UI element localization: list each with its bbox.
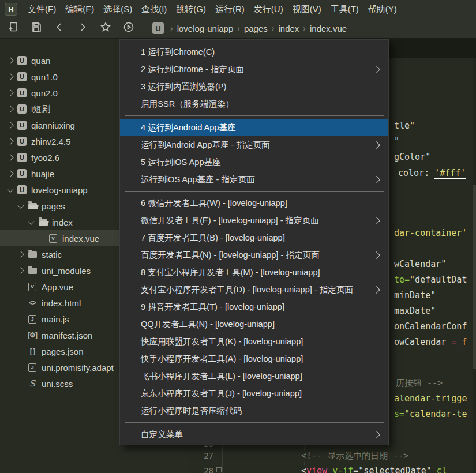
menubar-item-select[interactable]: 选择(S): [99, 0, 137, 18]
run-menu-item-run-baidu[interactable]: 7 百度开发者工具(B) - [lovelog-uniapp]: [120, 229, 388, 246]
run-menu-item-label: 快应用联盟开发者工具(K) - [lovelog-uniapp]: [141, 336, 303, 347]
submenu-arrow-icon: [373, 66, 380, 73]
favorite-button[interactable]: [96, 20, 115, 36]
code-fragment: s="calendar-te: [394, 408, 467, 420]
breadcrumb-separator-icon: ›: [299, 24, 310, 33]
code-token: onCalendarConf: [394, 321, 467, 332]
run-menu-item-run-ios-base[interactable]: 5 运行到iOS App基座: [120, 153, 388, 171]
breadcrumb: U›lovelog-uniapp›pages›index›index.vue: [152, 22, 347, 34]
breadcrumb-item[interactable]: lovelog-uniapp: [177, 24, 234, 33]
submenu-arrow-icon: [373, 431, 380, 438]
line-number: 27: [190, 450, 213, 461]
menu-bar-items: 文件(F)编辑(E)选择(S)查找(I)跳转(G)运行(R)发行(U)视图(V)…: [23, 0, 402, 18]
code-token: s=: [394, 409, 404, 419]
menubar-item-release[interactable]: 发行(U): [249, 0, 288, 18]
run-menu-item-label: 4 运行到Android App基座: [141, 122, 236, 133]
run-menu-popup: 1 运行到Chrome(C)2 运行到Chrome - 指定页面3 运行到内置浏…: [119, 39, 389, 445]
code-token: minDate": [394, 290, 436, 301]
menubar-item-find[interactable]: 查找(I): [137, 0, 171, 18]
code-fragment: ": [394, 136, 399, 147]
run-menu-item-run-weixin-page[interactable]: 微信开发者工具(E) - [lovelog-uniapp] - 指定页面: [120, 212, 388, 229]
run-menu-item-label: 5 运行到iOS App基座: [141, 157, 221, 168]
run-menu-item-run-qq[interactable]: QQ开发者工具(N) - [lovelog-uniapp]: [120, 316, 388, 333]
new-file-button[interactable]: [3, 20, 23, 36]
code-fragment: color: '#fff': [398, 167, 466, 179]
run-menu-item-run-alipay-page[interactable]: 支付宝小程序开发者工具(D) - [lovelog-uniapp] - 指定页面: [120, 281, 388, 298]
submenu-arrow-icon: [373, 286, 380, 294]
code-token: "selectedDate": [358, 466, 431, 473]
run-menu-item-label: 9 抖音开发者工具(T) - [lovelog-uniapp]: [141, 302, 284, 313]
code-token: '#fff': [434, 168, 466, 179]
code-fragment: minDate": [394, 290, 436, 301]
code-token: owCalendar: [394, 337, 451, 347]
code-fragment: alendar-trigge: [394, 393, 467, 404]
submenu-arrow-icon: [373, 141, 380, 149]
code-fragment: <!-- 显示选中的日期 -->: [301, 450, 408, 461]
run-menu-item-label: 百度开发者工具(N) - [lovelog-uniapp] - 指定页面: [141, 250, 320, 261]
submenu-arrow-icon: [373, 176, 380, 183]
code-token: =: [451, 337, 462, 347]
run-menu-item-label: 启用SSR（服务端渲染）: [141, 99, 234, 110]
code-token: dar-container': [394, 228, 467, 238]
toolbar: U›lovelog-uniapp›pages›index›index.vue: [0, 18, 476, 39]
breadcrumb-separator-icon: ›: [166, 24, 177, 33]
submenu-arrow-icon: [373, 217, 380, 224]
new-file-icon: [8, 21, 19, 35]
run-menu-item-label: 自定义菜单: [141, 429, 183, 440]
run-menu-item-run-chrome-page[interactable]: 2 运行到Chrome - 指定页面: [120, 61, 388, 78]
run-menu-item-compress-code[interactable]: 运行小程序时是否压缩代码: [120, 402, 388, 419]
run-menu-item-run-alipay[interactable]: 8 支付宝小程序开发者工具(M) - [lovelog-uniapp]: [120, 264, 388, 281]
code-fragment: onCalendarConf: [394, 321, 467, 332]
run-menu-item-enable-ssr[interactable]: 启用SSR（服务端渲染）: [120, 95, 388, 112]
run-menu-item-run-feishu[interactable]: 飞书小程序开发者工具(L) - [lovelog-uniapp]: [120, 367, 388, 385]
hbuilderx-logo: H: [5, 3, 17, 16]
run-menu-item-label: 运行到iOS App基座 - 指定页面: [141, 174, 255, 185]
run-button[interactable]: [119, 20, 138, 36]
run-menu-item-label: 运行到Android App基座 - 指定页面: [141, 140, 270, 151]
menubar-item-run[interactable]: 运行(R): [211, 0, 249, 18]
submenu-arrow-icon: [373, 251, 380, 259]
code-token: alendar-trigge: [394, 393, 467, 404]
code-token: maxDate": [394, 306, 436, 316]
menubar-item-file[interactable]: 文件(F): [23, 0, 61, 18]
run-menu-item-run-builtin-browser[interactable]: 3 运行到内置浏览器(P): [120, 78, 388, 95]
code-token: "calendar-te: [404, 409, 467, 419]
favorite-icon: [100, 21, 111, 35]
code-fragment: te="defaultDat: [394, 274, 467, 286]
breadcrumb-item[interactable]: pages: [244, 24, 268, 33]
run-menu-item-run-chrome[interactable]: 1 运行到Chrome(C): [120, 43, 388, 61]
uniapp-logo-icon: U: [152, 22, 164, 34]
back-button[interactable]: [50, 20, 69, 36]
code-token: ": [394, 136, 399, 147]
run-menu-item-run-jd[interactable]: 京东小程序开发者工具(J) - [lovelog-uniapp]: [120, 385, 388, 402]
run-menu-item-label: 2 运行到Chrome - 指定页面: [141, 64, 244, 75]
indent-guide: [256, 445, 256, 473]
fold-marker-icon[interactable]: [216, 467, 222, 472]
menubar-item-view[interactable]: 视图(V): [288, 0, 326, 18]
run-menu-item-run-baidu-page[interactable]: 百度开发者工具(N) - [lovelog-uniapp] - 指定页面: [120, 246, 388, 264]
forward-button[interactable]: [73, 20, 92, 36]
breadcrumb-item[interactable]: index: [278, 24, 299, 33]
breadcrumb-item[interactable]: index.vue: [310, 24, 347, 33]
run-menu-item-run-douyin[interactable]: 9 抖音开发者工具(T) - [lovelog-uniapp]: [120, 298, 388, 316]
menubar-item-goto[interactable]: 跳转(G): [171, 0, 211, 18]
menubar-item-help[interactable]: 帮助(Y): [363, 0, 402, 18]
code-fragment: tle": [394, 120, 415, 132]
run-menu-item-run-ios-base-page[interactable]: 运行到iOS App基座 - 指定页面: [120, 171, 388, 188]
menu-separator: [125, 422, 384, 423]
menubar-item-tools[interactable]: 工具(T): [326, 0, 363, 18]
save-button[interactable]: [27, 20, 46, 36]
run-menu-item-label: 微信开发者工具(E) - [lovelog-uniapp] - 指定页面: [141, 215, 319, 226]
run-menu-item-run-quickapp[interactable]: 快应用联盟开发者工具(K) - [lovelog-uniapp]: [120, 333, 388, 350]
run-menu-item-run-kuaishou[interactable]: 快手小程序开发者工具(A) - [lovelog-uniapp]: [120, 350, 388, 367]
run-menu-item-run-android-base[interactable]: 4 运行到Android App基座: [120, 119, 388, 136]
run-icon: [123, 21, 134, 35]
run-menu-item-run-weixin[interactable]: 6 微信开发者工具(W) - [lovelog-uniapp]: [120, 194, 388, 212]
run-menu-item-label: 1 运行到Chrome(C): [141, 47, 215, 58]
run-menu-item-label: 3 运行到内置浏览器(P): [141, 81, 226, 92]
menubar-item-edit[interactable]: 编辑(E): [61, 0, 99, 18]
code-token: view: [306, 466, 327, 473]
run-menu-item-custom-menu[interactable]: 自定义菜单: [120, 426, 388, 443]
run-menu-item-label: 8 支付宝小程序开发者工具(M) - [lovelog-uniapp]: [141, 267, 320, 278]
run-menu-item-run-android-base-page[interactable]: 运行到Android App基座 - 指定页面: [120, 136, 388, 153]
